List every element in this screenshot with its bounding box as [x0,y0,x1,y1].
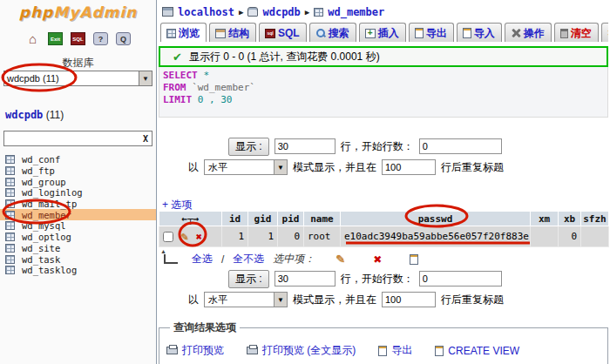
table-filter-input[interactable] [4,132,139,145]
tab-drop[interactable]: ✖删除 [601,23,608,42]
column-header-xb[interactable]: xb [559,212,581,226]
check-all-link[interactable]: 全选 [192,252,213,266]
database-icon [247,7,258,17]
sql-window-icon[interactable]: SQL [71,32,85,45]
table-name: wd_ftp [22,165,55,176]
database-table-count: (11) [46,109,64,121]
sidebar-item-wd_conf[interactable]: wd_conf [0,154,156,165]
sidebar-item-wd_optlog[interactable]: wd_optlog [0,232,156,243]
database-heading[interactable]: wdcpdb (11) [5,109,156,123]
sidebar-item-wd_loginlog[interactable]: wd_loginlog [0,187,156,199]
sidebar: phpMyAdmin ⌂ Exit SQL ? Q 数据库 wdcpdb (11… [0,0,157,364]
column-header-pid[interactable]: pid [278,212,304,226]
table-name: wd_task [22,254,60,265]
sidebar-item-wd_ftp[interactable]: wd_ftp [0,165,156,177]
tab-export[interactable]: 导出 [409,23,454,42]
uncheck-all-link[interactable]: 全不选 [233,252,264,266]
start-row-input[interactable] [419,138,502,154]
sidebar-toolbar: ⌂ Exit SQL ? Q [0,32,156,50]
row-nav-header[interactable]: ←┬→ [159,212,222,226]
sidebar-item-wd_site[interactable]: wd_site [0,243,156,254]
column-header-gid[interactable]: gid [248,212,278,226]
table-list: wd_conf wd_ftp wd_group wd_loginlog wd_m… [0,154,156,276]
docs-icon[interactable]: Q [116,32,131,45]
sidebar-item-wd_tasklog[interactable]: wd_tasklog [0,265,156,276]
table-name: wd_mysql [22,220,66,231]
sql-line-1: SELECT * [163,70,607,82]
filter-clear-button[interactable]: X [139,134,152,144]
chevron-down-icon[interactable]: ▼ [139,71,152,85]
column-header-xm[interactable]: xm [531,212,559,226]
tab-insert[interactable]: +插入 [359,23,406,42]
column-header-sfzh[interactable]: sfzh [581,212,609,226]
table-icon [5,266,15,274]
mode-prefix: 以 [188,160,199,175]
table-icon [5,166,15,175]
sidebar-item-wd_task[interactable]: wd_task [0,253,156,265]
repeat-headers-input[interactable] [382,292,436,307]
edit-pencil-icon[interactable]: ✎ [181,230,188,243]
breadcrumb-server[interactable]: localhost [178,6,234,18]
help-icon[interactable]: ? [93,32,108,45]
table-icon [5,199,15,208]
logout-icon[interactable]: Exit [48,32,63,45]
show-button[interactable]: 显示 : [228,138,269,156]
database-select-value: wdcpdb (11) [4,73,139,84]
sidebar-item-wd_mail_tp[interactable]: wd_mail_tp [0,199,156,210]
column-header-name[interactable]: name [304,212,341,226]
print-preview-full-link[interactable]: 打印预览 (全文显示) [247,343,356,358]
breadcrumb-table[interactable]: wd_member [328,6,384,18]
column-header-id[interactable]: id [222,212,248,226]
tab-empty[interactable]: 清空 [554,23,599,42]
browse-icon [166,29,176,38]
sidebar-item-wd_group[interactable]: wd_group [0,176,156,187]
table-icon [314,8,323,17]
delete-selected-icon[interactable]: ✖ [373,253,382,266]
print-preview-link[interactable]: 打印预览 [166,343,224,358]
pager-row-2: 以 水平 ▼ 模式显示，并且在 行后重复标题 [188,158,608,177]
start-row-input[interactable] [419,271,502,286]
breadcrumb-database[interactable]: wdcpdb [262,6,300,18]
database-select[interactable]: wdcpdb (11) ▼ [3,71,152,86]
sidebar-item-wd_member[interactable]: wd_member [0,209,156,220]
tab-structure[interactable]: 结构 [209,23,256,42]
show-button[interactable]: 显示 : [228,270,269,288]
display-mode-select[interactable]: 水平 ▼ [204,159,288,175]
export-link[interactable]: 导出 [378,343,412,358]
repeat-headers-input[interactable] [382,159,436,175]
table-name: wd_group [22,177,66,187]
options-toggle-link[interactable]: + 选项 [162,198,608,209]
phpmyadmin-logo[interactable]: phpMyAdmin [0,3,156,24]
result-header-row: ←┬→ id gid pid name passwd xm xb sfzh [159,212,609,226]
rows-count-input[interactable] [274,271,336,286]
sidebar-item-wd_mysql[interactable]: wd_mysql [0,220,156,232]
table-icon [5,211,15,219]
breadcrumb-separator-icon: ▶ [239,8,243,17]
tab-search[interactable]: 搜索 [309,23,356,42]
chevron-down-icon: ▼ [274,293,287,307]
column-header-passwd[interactable]: passwd [341,212,531,226]
with-selected-label: 选中项： [273,252,315,266]
breadcrumb-separator-icon: ▶ [305,8,309,17]
display-mode-select[interactable]: 水平 ▼ [204,292,288,307]
tab-operations[interactable]: 操作 [505,23,552,42]
printer-icon [247,347,258,354]
export-selected-icon[interactable] [410,254,418,265]
tab-import[interactable]: 导入 [457,23,502,42]
delete-row-icon[interactable]: ✖ [196,231,202,243]
edit-selected-icon[interactable]: ✎ [336,253,345,266]
logo-text: MyAdmin [53,3,137,21]
pager-row-2: 以 水平 ▼ 模式显示，并且在 行后重复标题 [188,290,608,309]
tab-sql[interactable]: sqlSQL [259,23,307,42]
repeat-suffix: 行后重复标题 [441,160,504,175]
tab-browse[interactable]: 浏览 [160,23,207,42]
row-checkbox[interactable] [163,232,173,242]
wrench-icon [511,28,521,38]
table-icon [5,178,15,186]
table-name: wd_optlog [22,232,71,242]
create-view-link[interactable]: CREATE VIEW [435,345,519,357]
home-icon[interactable]: ⌂ [25,32,40,45]
search-icon [315,28,326,38]
rows-count-input[interactable] [274,138,336,154]
table-name: wd_mail_tp [22,199,77,209]
